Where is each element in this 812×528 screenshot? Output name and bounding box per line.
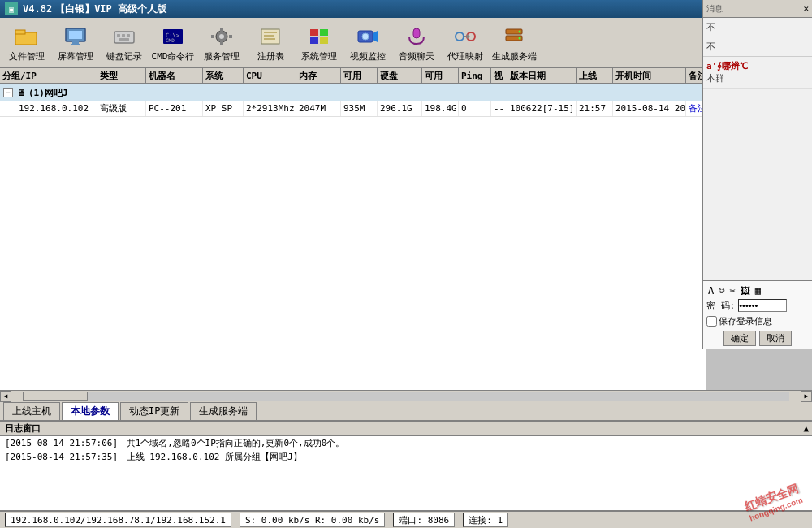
col-group[interactable]: 分组/IP — [0, 68, 97, 83]
svg-rect-22 — [264, 35, 274, 37]
folder-icon — [14, 24, 40, 50]
toolbar-gen-server-btn[interactable]: 生成服务端 — [490, 21, 538, 65]
expand-btn[interactable]: − — [3, 88, 13, 97]
host-list: − 🖥 (1)网吧J 192.168.0.102 高级版 PC--201 XP … — [0, 84, 706, 390]
col-mem[interactable]: 内存 — [296, 68, 341, 83]
toolbar-svc-btn[interactable]: 服务管理 — [198, 21, 245, 65]
svg-rect-9 — [127, 34, 130, 37]
col-hdd[interactable]: 硬盘 — [378, 68, 422, 83]
pwd-input[interactable] — [738, 299, 787, 312]
horizontal-scrollbar[interactable]: ◀ ▶ — [0, 390, 812, 401]
scroll-right-btn[interactable]: ▶ — [801, 391, 812, 402]
log-entry-1: [2015-08-14 21:57:35] 上线 192.168.0.102 所… — [0, 450, 812, 464]
cell-hddavail: 198.4G — [422, 101, 459, 116]
svg-rect-24 — [310, 29, 318, 36]
cell-boot: 2015-08-14 20 — [613, 101, 686, 116]
toolbar-screen-mgmt-label: 屏幕管理 — [58, 51, 93, 62]
col-ver[interactable]: 版本日期 — [508, 68, 577, 83]
img-btn[interactable]: 🖼 — [739, 284, 752, 297]
col-avail[interactable]: 可用 — [341, 68, 378, 83]
remember-label: 保存登录信息 — [719, 315, 772, 327]
toolbar-gen-server-label: 生成服务端 — [492, 51, 537, 62]
toolbar-audio-btn[interactable]: 音频聊天 — [393, 21, 440, 65]
font-btn[interactable]: A — [706, 284, 715, 297]
registry-icon — [257, 24, 283, 50]
tab-online-hosts[interactable]: 上线主机 — [3, 402, 60, 420]
svg-marker-29 — [373, 31, 378, 42]
tab-gen-server[interactable]: 生成服务端 — [190, 402, 257, 420]
toolbar-key-log-label: 键盘记录 — [106, 51, 142, 62]
group-icon: 🖥 — [16, 88, 25, 98]
svg-rect-21 — [264, 32, 277, 33]
chat-close-btn[interactable]: ✕ — [803, 3, 809, 14]
proxy-icon — [452, 24, 478, 50]
col-online[interactable]: 上线 — [577, 68, 613, 83]
svg-rect-23 — [264, 38, 275, 40]
log-area: 日志窗口 ▲ [2015-08-14 21:57:06] 共1个域名,忽略0个I… — [0, 421, 812, 510]
col-headers: 分组/IP 类型 机器名 系统 CPU 内存 可用 硬盘 可用 Ping 视 版… — [0, 68, 812, 84]
emoji-btn[interactable]: ☺ — [717, 284, 726, 297]
col-ping[interactable]: Ping — [459, 68, 491, 83]
col-type[interactable]: 类型 — [97, 68, 146, 83]
toolbar-key-log-btn[interactable]: 键盘记录 — [101, 21, 148, 65]
col-avail2[interactable]: 可用 — [422, 68, 459, 83]
chat-input-area: A ☺ ✂ 🖼 ▦ 密 码: 保存登录信息 确定 取消 — [703, 280, 812, 349]
svg-text:CMD: CMD — [166, 37, 175, 43]
remember-row: 保存登录信息 — [706, 315, 809, 327]
status-bar: 192.168.0.102/192.168.78.1/192.168.152.1… — [0, 510, 812, 528]
log-scroll-btn[interactable]: ▲ — [803, 423, 809, 434]
cell-cpu: 2*2913Mhz — [244, 101, 296, 116]
svg-rect-16 — [220, 28, 223, 32]
col-cpu[interactable]: CPU — [244, 68, 296, 83]
cancel-btn[interactable]: 取消 — [759, 331, 792, 346]
col-vis[interactable]: 视 — [491, 68, 508, 83]
toolbar-cmd-btn[interactable]: C:\> CMD CMD命令行 — [149, 21, 197, 65]
tool-btn[interactable]: ✂ — [728, 284, 736, 297]
tab-local-params[interactable]: 本地参数 — [62, 402, 119, 420]
toolbar-proxy-btn[interactable]: 代理映射 — [442, 21, 489, 65]
toolbar-file-mgmt-btn[interactable]: 文件管理 — [3, 21, 50, 65]
right-chat-panel: 消息 ✕ 不 不 a'∮哪辫℃ 本群 A ☺ ✂ 🖼 ▦ 密 码: 保存登录信息 — [702, 0, 812, 349]
camera-icon — [355, 24, 381, 50]
remember-checkbox[interactable] — [706, 316, 717, 327]
chat-not2: 不 — [703, 37, 812, 57]
toolbar-reg-label: 注册表 — [257, 51, 284, 62]
toolbar-video-btn[interactable]: 视频监控 — [344, 21, 391, 65]
screen-icon — [63, 24, 89, 50]
col-sys[interactable]: 系统 — [203, 68, 244, 83]
toolbar: 文件管理 屏幕管理 键盘记录 — [0, 18, 812, 68]
scroll-track[interactable] — [23, 392, 789, 401]
more-btn[interactable]: ▦ — [754, 284, 762, 297]
toolbar-sys-btn[interactable]: 系统管理 — [296, 21, 343, 65]
svg-rect-18 — [211, 35, 214, 38]
confirm-btn[interactable]: 确定 — [723, 331, 756, 346]
cell-vis: -- — [491, 101, 508, 116]
svg-rect-31 — [413, 28, 420, 38]
gear-icon — [209, 24, 235, 50]
svg-rect-3 — [69, 31, 82, 39]
chat-panel-title: 消息 — [706, 3, 803, 15]
toolbar-svc-label: 服务管理 — [204, 51, 240, 62]
col-name[interactable]: 机器名 — [146, 68, 203, 83]
toolbar-cmd-label: CMD命令行 — [152, 51, 195, 62]
keyboard-icon — [111, 24, 137, 50]
toolbar-screen-mgmt-btn[interactable]: 屏幕管理 — [52, 21, 99, 65]
group-name: (1)网吧J — [28, 87, 68, 99]
table-row[interactable]: 192.168.0.102 高级版 PC--201 XP SP 2*2913Mh… — [0, 101, 706, 117]
toolbar-reg-btn[interactable]: 注册表 — [247, 21, 294, 65]
scroll-left-btn[interactable]: ◀ — [0, 391, 11, 402]
toolbar-audio-label: 音频聊天 — [399, 51, 434, 62]
mic-icon — [404, 24, 430, 50]
col-boot[interactable]: 开机时间 — [613, 68, 686, 83]
status-ip: 192.168.0.102/192.168.78.1/192.168.152.1 — [5, 513, 231, 527]
group-row[interactable]: − 🖥 (1)网吧J — [0, 84, 706, 101]
cell-ver: 100622[7-15] — [508, 101, 577, 116]
cell-type: 高级版 — [97, 101, 146, 116]
svg-rect-4 — [72, 41, 79, 44]
tab-dynamic-ip[interactable]: 动态IP更新 — [120, 402, 188, 420]
status-connections: 连接: 1 — [463, 513, 508, 527]
svg-marker-37 — [467, 34, 470, 39]
svg-rect-6 — [114, 32, 134, 43]
chat-buttons: 确定 取消 — [706, 331, 809, 346]
pwd-row: 密 码: — [706, 299, 809, 312]
